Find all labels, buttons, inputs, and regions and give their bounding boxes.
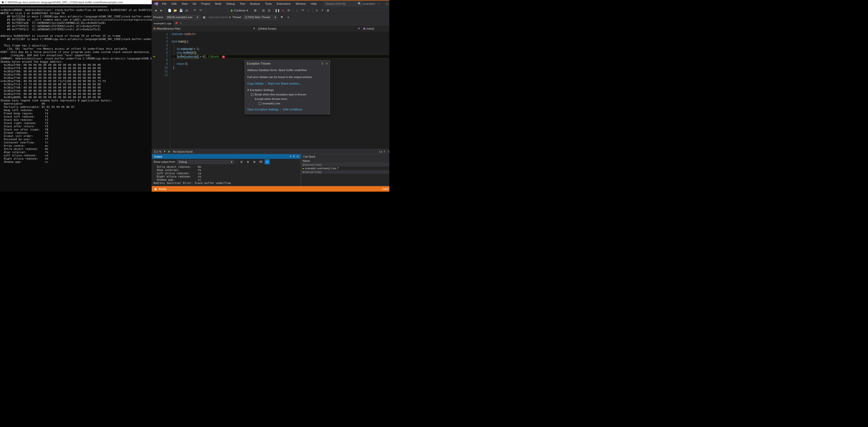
menu-project[interactable]: Project (199, 1, 212, 6)
error-glyph-icon[interactable] (222, 55, 225, 58)
vs-statusbar: ▣ Ready ↑ Add to Source Control ▴ 🔔 (152, 186, 389, 192)
new-item-button[interactable]: 📄 (167, 8, 172, 13)
tb-icon-5[interactable]: ⌖ (320, 8, 325, 13)
menu-build[interactable]: Build (213, 1, 224, 6)
callstack-columns[interactable]: Name Lang (301, 159, 389, 163)
source-control-button[interactable]: ↑ Add to Source Control ▴ (381, 188, 389, 191)
pause-button[interactable]: ❚❚ (275, 8, 280, 13)
chevron-down-icon: ▾ (247, 9, 248, 12)
callstack-pane: Call Stack ▾ ⚲ ✕ Name Lang [External (301, 154, 389, 186)
tb-icon-2[interactable]: ⊟ (261, 8, 266, 13)
callstack-body[interactable]: [External Code] example1.exe!main() Line… (301, 163, 389, 186)
console-titlebar[interactable]: ▣ C:\MSDN\cpp-docs-pr\docs\c-language\AS… (0, 0, 152, 4)
menu-help[interactable]: Help (309, 1, 319, 6)
break-checkbox[interactable]: Break when this exception type is thrown (251, 92, 328, 97)
editor-tab[interactable]: example1.cpp (152, 21, 174, 26)
lifecycle-icon[interactable]: ▦ (202, 15, 207, 20)
menu-edit[interactable]: Edit (169, 1, 179, 6)
output-tb-1[interactable]: ≣ (239, 159, 244, 164)
char-number[interactable]: Ch: 1 (388, 150, 389, 153)
copy-details-link[interactable]: Copy Details (247, 82, 264, 85)
tb-icon-1[interactable]: ⊞ (253, 8, 258, 13)
navbox-project[interactable]: ▦ Miscellaneous Files ▾ (152, 26, 257, 31)
menu-git[interactable]: Git (190, 1, 198, 6)
menu-extensions[interactable]: Extensions (275, 1, 293, 6)
callstack-row[interactable]: [External Code] (301, 163, 389, 167)
issues-text[interactable]: No issues found (173, 150, 192, 153)
redo-button[interactable]: ↷ (198, 8, 203, 13)
output-body[interactable]: Intra object redzone: bb ASan internal: … (152, 165, 301, 186)
quick-search[interactable]: Search (Ctrl+Q) 🔍 (324, 1, 363, 6)
continue-button[interactable]: ▶ Continue ▾ (229, 8, 250, 13)
output-pane-header[interactable]: Output ▾ ⚲ ✕ (152, 154, 301, 159)
open-button[interactable]: 📂 (173, 8, 178, 13)
nav-back-button[interactable]: ◄ (153, 8, 158, 13)
chevron-down-icon: ▾ (358, 27, 360, 30)
line-number[interactable]: Ln: 7 (379, 150, 385, 153)
navbox-scope[interactable]: (Global Scope) ▾ (257, 26, 362, 31)
nav-fwd-button[interactable]: ► (159, 8, 164, 13)
output-wrap-button[interactable]: ↵ (265, 159, 270, 164)
callstack-header[interactable]: Call Stack ▾ ⚲ ✕ (301, 154, 389, 159)
navbox-scope-label: (Global Scope) (258, 27, 276, 30)
output-source-value: Debug (179, 160, 187, 164)
menu-debug[interactable]: Debug (224, 1, 237, 6)
restart-button[interactable]: ⟳ (286, 8, 291, 13)
output-source-dropdown[interactable]: Debug ▾ (177, 160, 234, 164)
open-exception-settings-link[interactable]: Open Exception Settings (247, 108, 279, 111)
tb-icon-3[interactable]: ⊡ (267, 8, 272, 13)
maximize-button[interactable]: ▢ (383, 1, 389, 6)
flag-icon[interactable]: ⚑ (279, 15, 284, 20)
stop-button[interactable]: ■ (281, 8, 285, 13)
callstack-row[interactable]: example1.exe!main() Line 7 C++ (301, 167, 389, 170)
navbox-member[interactable]: ▣ main() ▾ (362, 26, 389, 31)
save-button[interactable]: 💾 (179, 8, 184, 13)
menu-tools[interactable]: Tools (263, 1, 274, 6)
close-icon[interactable]: ✕ (297, 155, 299, 158)
exception-message: Address Sanitizer Error: Stack buffer un… (247, 68, 328, 72)
output-tb-2[interactable]: ≣ (245, 159, 250, 164)
menu-view[interactable]: View (179, 1, 190, 6)
pin-icon[interactable]: ⚲ (293, 155, 295, 158)
step-out-button[interactable]: ↑ (306, 8, 311, 13)
tb-icon-6[interactable]: ⊕ (326, 8, 331, 13)
callstack-row[interactable]: [External Code] (301, 170, 389, 174)
menu-test[interactable]: Test (238, 1, 247, 6)
edit-conditions-link[interactable]: Edit Conditions (283, 108, 302, 111)
console-output[interactable]: ========================================… (0, 4, 152, 192)
stackframe-icon[interactable]: ≡ (286, 15, 291, 20)
tb-icon-4[interactable]: ⎆ (314, 8, 319, 13)
vs-logo-icon[interactable] (154, 1, 158, 6)
save-all-button[interactable]: 🗃 (184, 8, 189, 13)
code-editor[interactable]: ➔ 123 456 789 101112 #include <stdio.h> … (152, 31, 389, 149)
continue-label: Continue (234, 9, 246, 12)
col-name[interactable]: Name (301, 159, 389, 163)
glyph-margin[interactable]: ➔ (152, 31, 156, 149)
resize-grip-icon[interactable]: ⣀ (328, 111, 330, 114)
except-exe-checkbox[interactable]: example1.exe (251, 101, 328, 106)
tab-close-icon[interactable]: ✕ (179, 21, 183, 25)
start-liveshare-link[interactable]: Start Live Share session... (268, 82, 301, 85)
process-dropdown[interactable]: [9824] example1.exe ▾ (165, 15, 200, 20)
exception-settings-toggle[interactable]: Exception Settings (247, 88, 328, 92)
pin-icon[interactable]: ⚲ (321, 62, 323, 65)
output-clear-button[interactable]: ⌫ (258, 159, 263, 164)
chevron-down-icon[interactable]: ▾ (290, 155, 291, 158)
search-icon: 🔍 (358, 2, 361, 5)
tab-pin-icon[interactable]: 📌 (174, 21, 179, 25)
menu-window[interactable]: Window (293, 1, 308, 6)
close-icon[interactable]: ✕ (326, 62, 328, 65)
menu-file[interactable]: File (160, 1, 169, 6)
step-over-button[interactable]: ↷ (300, 8, 305, 13)
minimize-button[interactable]: — (375, 1, 383, 6)
chevron-down-icon[interactable]: ▾ (229, 16, 231, 19)
undo-button[interactable]: ↶ (192, 8, 197, 13)
step-into-button[interactable]: ↓ (294, 8, 300, 13)
chevron-down-icon[interactable]: ▾ (164, 150, 165, 153)
thread-dropdown[interactable]: [17592] Main Thread ▾ (243, 15, 278, 20)
zoom-level[interactable]: 111 % (154, 150, 161, 153)
menu-analyze[interactable]: Analyze (248, 1, 262, 6)
code-content[interactable]: #include <stdio.h> ⊟int main() { │ │ int… (170, 31, 389, 149)
exception-header[interactable]: Exception Thrown ⚲ ✕ (245, 60, 330, 67)
output-tb-3[interactable]: ≣ (252, 159, 257, 164)
